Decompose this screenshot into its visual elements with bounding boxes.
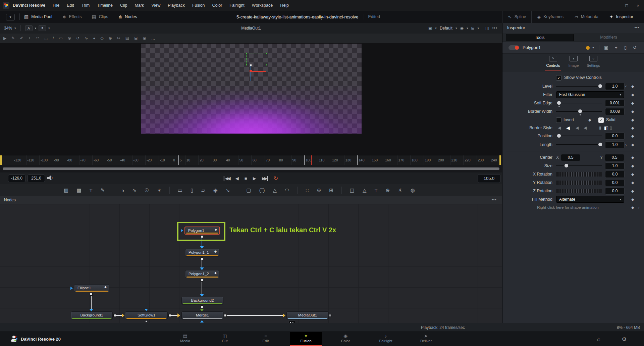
mask-tool-icon[interactable]: ✂ [117,36,120,41]
z-rotation-thumbwheel[interactable] [556,189,602,193]
node-mediaout1[interactable]: MediaOut1◆ [286,311,329,319]
border-style-option[interactable]: ◀ [584,124,587,132]
x-rotation-value[interactable]: 0.0 [605,171,625,178]
keyframe-icon[interactable]: ◆ [631,187,634,195]
menu-item[interactable]: Fusion [189,0,209,11]
fusion-tool-icon[interactable]: ▯ [191,187,193,193]
z-rotation-value[interactable]: 0.0 [605,188,625,195]
filter-dropdown[interactable]: Fast Gaussian ▾ [556,91,624,98]
fusion-tool-icon[interactable]: ◯ [259,187,265,193]
play-button[interactable]: ▶ [253,176,256,181]
page-tab[interactable]: ➤ Deliver [410,332,442,345]
mask-tool-icon[interactable]: + [28,36,31,41]
mask-tool-icon[interactable]: ⊕ [109,36,112,41]
inspector-options-icon[interactable]: ••• [634,23,640,33]
go-to-start-button[interactable]: ◀◀ [224,176,230,181]
keyframe-icon[interactable]: ◆ [631,132,634,140]
connection-line[interactable] [202,260,202,267]
keyframe-icon[interactable]: ◆ [631,83,634,90]
panel-toggle-button[interactable]: ✦ Inspector [604,11,639,23]
fusion-tool-icon[interactable]: ▨ [64,187,68,193]
keyframe-icon[interactable]: ◆ [631,179,634,186]
menu-item[interactable]: Help [276,0,292,11]
fusion-tool-icon[interactable]: ∷ [306,187,309,193]
effect-mask-input-icon[interactable] [200,320,204,323]
keyframe-icon[interactable]: ◆ [631,99,634,107]
menu-item[interactable]: Clip [116,0,131,11]
tab-modifiers[interactable]: Modifiers [576,34,641,41]
lut-select[interactable]: Default [440,26,452,31]
keyframe-icon[interactable]: ◆ [631,141,634,148]
menu-item[interactable]: Fairlight [226,0,248,11]
mask-tool-icon[interactable]: … [151,36,155,41]
position-value[interactable]: 0.0 [605,133,625,140]
mask-tool-icon[interactable]: ⊗ [68,36,71,41]
fusion-tool-icon[interactable] [169,187,170,194]
fusion-tool-icon[interactable]: T [375,188,378,193]
keyframe-icon[interactable]: ◆ [631,116,634,123]
x-rotation-thumbwheel[interactable] [556,172,602,177]
fill-method-dropdown[interactable]: Alternate ▾ [556,196,624,203]
fusion-tool-icon[interactable]: ▭ [178,187,182,193]
fusion-tool-icon[interactable]: ◍ [411,187,415,193]
keyframe-icon[interactable]: ◆ [631,204,634,211]
chevron-down-icon[interactable]: ▾ [48,27,50,30]
loop-button[interactable]: ↻ [274,175,278,182]
viewer-options-icon[interactable]: ••• [492,26,497,31]
prev-keyframe-icon[interactable]: ‹ [625,141,627,148]
border-style-option[interactable]: ◀ [566,124,570,132]
channel-button[interactable]: ■ [39,25,46,31]
node-graph[interactable]: Polygon1◆Polygon1_1◆Polygon1_2◆Ellipse1◆… [0,204,502,323]
soft-edge-value[interactable]: 0.001 [605,100,625,107]
border-style-option[interactable]: ◀ [576,124,579,132]
mask-tool-icon[interactable]: ▤ [125,36,129,41]
output-connector[interactable] [224,314,227,317]
mask-tool-icon[interactable]: ◠ [36,36,39,41]
size-value[interactable]: 1.0 [605,162,625,169]
subtab-controls[interactable]: ✎ Controls [543,56,563,67]
page-tab[interactable]: ✦ Fusion [290,332,322,346]
mask-tool-icon[interactable]: ✎ [11,36,15,41]
mask-tool-icon[interactable]: ▶ [3,36,6,41]
time-ruler[interactable]: -120-110-100-90-80-70-60-50-40-30-20-100… [0,155,502,166]
connection-line[interactable] [91,296,92,309]
menu-item[interactable]: Edit [63,0,78,11]
chevron-down-icon[interactable]: ▾ [435,27,437,30]
node-background2[interactable]: Background2◆ [181,297,223,305]
roi-icon[interactable]: ▣ [428,26,432,31]
node-color-dot[interactable] [586,46,590,50]
menu-item[interactable]: File [49,0,63,11]
mask-tool-icon[interactable]: ◡ [44,36,48,41]
panel-toggle-button[interactable]: ∗ Effects [62,14,82,19]
mask-tool-icon[interactable]: ▭ [59,36,63,41]
close-icon[interactable]: × [637,3,639,8]
chevron-down-icon[interactable]: ▾ [467,27,468,30]
subtab-settings[interactable]: ☼ Settings [583,56,603,67]
output-connector[interactable] [201,305,203,308]
fusion-tool-icon[interactable]: ☀ [398,187,402,193]
fusion-tool-icon[interactable]: ☉ [145,187,149,193]
keyframe-icon[interactable]: ◆ [631,196,634,203]
menu-item[interactable]: Playback [164,0,189,11]
output-connector[interactable] [201,279,203,282]
menu-item[interactable]: Trim [78,0,94,11]
fusion-tool-icon[interactable]: ◑ [121,188,124,193]
output-connector[interactable] [113,314,116,317]
level-slider[interactable] [556,83,602,90]
home-icon[interactable]: ⌂ [597,332,600,346]
keyframe-icon[interactable]: ◆ [631,154,634,161]
fusion-tool-icon[interactable]: ▱ [201,187,205,193]
page-tab[interactable]: ◫ Cut [209,332,241,345]
fusion-tool-icon[interactable]: ⊛ [317,187,321,193]
mask-tool-icon[interactable]: / [53,36,54,41]
y-axis-handle[interactable] [251,65,251,81]
next-icon[interactable]: › [638,204,639,211]
border-style-option[interactable]: ◀ [558,124,561,132]
level-value[interactable]: 1.0 [605,83,625,90]
play-reverse-button[interactable]: ◀ [235,176,239,181]
node-ellipse1[interactable]: Ellipse1◆ [74,284,109,292]
solid-checkbox[interactable]: ✓ [598,117,604,123]
connection-line[interactable] [202,282,202,294]
fusion-tool-icon[interactable]: ∗ [157,187,161,193]
node-merge1[interactable]: Merge1◆ [181,311,223,319]
